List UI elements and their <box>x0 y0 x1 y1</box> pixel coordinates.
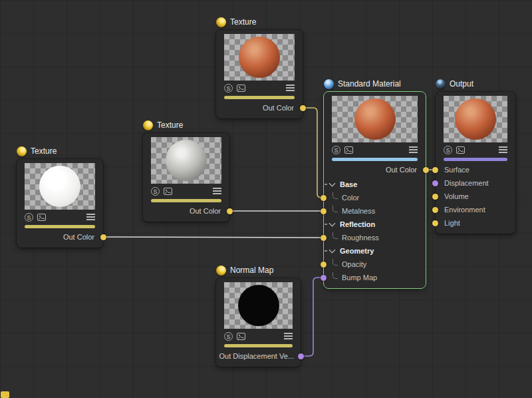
out-port-row: Out Color <box>17 230 103 244</box>
bump-map-input-port[interactable] <box>321 275 327 281</box>
input-label: Displacement <box>444 179 489 187</box>
color-input-port[interactable] <box>321 195 327 201</box>
out-port-label: Out Color <box>190 207 221 215</box>
menu-icon[interactable] <box>284 333 293 339</box>
texture-node-icon <box>143 120 153 130</box>
node-type-bar <box>151 199 221 202</box>
input-label: Bump Map <box>342 274 377 282</box>
node-type-bar <box>25 225 95 228</box>
image-icon[interactable] <box>456 146 465 154</box>
input-row-volume: Volume <box>436 190 515 203</box>
group-label: Geometry <box>340 247 374 255</box>
script-badge-icon[interactable]: S <box>151 187 160 196</box>
node-texture-top[interactable]: Texture S Out Color <box>216 15 303 118</box>
node-toolbar: S <box>151 186 221 196</box>
menu-icon[interactable] <box>286 85 295 91</box>
menu-icon[interactable] <box>499 146 507 153</box>
node-header[interactable]: Texture <box>216 15 303 29</box>
surface-input-port[interactable] <box>432 167 438 173</box>
script-badge-icon[interactable]: S <box>332 146 340 154</box>
input-row-displacement: Displacement <box>436 176 515 190</box>
node-header[interactable]: Output <box>436 77 515 91</box>
node-type-bar <box>444 158 507 161</box>
script-badge-icon[interactable]: S <box>25 213 33 222</box>
node-editor-canvas[interactable]: Texture S Out Color Texture <box>0 0 532 398</box>
node-normal-map[interactable]: Normal Map S Out Displacement Ve... <box>216 264 301 367</box>
script-badge-icon[interactable]: S <box>224 84 233 93</box>
node-output[interactable]: Output S Surface <box>436 77 515 234</box>
tree-elbow <box>332 192 338 199</box>
out-port-label: Out Displacement Ve... <box>219 352 295 360</box>
image-icon[interactable] <box>164 188 172 195</box>
node-texture-mid[interactable]: Texture S Out Color <box>143 118 229 222</box>
out-port-label: Out Color <box>263 104 294 112</box>
out-color-port[interactable] <box>227 208 233 214</box>
node-toolbar: S <box>444 145 507 154</box>
script-badge-icon[interactable]: S <box>444 146 452 154</box>
out-color-port[interactable] <box>423 167 429 173</box>
node-body[interactable]: S Surface Displacement V <box>436 92 515 234</box>
input-row-surface: Surface <box>436 163 515 176</box>
node-type-bar <box>224 96 295 99</box>
output-preview <box>444 96 507 142</box>
group-row-base[interactable]: Base <box>324 178 426 191</box>
node-title: Texture <box>31 146 57 156</box>
image-icon[interactable] <box>237 333 245 340</box>
input-label: Roughness <box>342 234 379 242</box>
node-header[interactable]: Standard Material <box>324 77 426 91</box>
wire-texture-top-to-color[interactable] <box>303 108 324 198</box>
opacity-input-port[interactable] <box>321 262 327 268</box>
input-label: Volume <box>444 192 469 200</box>
out-displacement-vector-port[interactable] <box>298 353 304 359</box>
node-toolbar: S <box>332 145 418 154</box>
input-row-roughness: Roughness <box>324 231 426 244</box>
wire-normal-map-to-bump-map[interactable] <box>301 278 324 356</box>
node-body[interactable]: S Out Color <box>17 159 103 248</box>
image-icon[interactable] <box>37 214 46 221</box>
node-title: Normal Map <box>230 266 273 275</box>
out-port-label: Out Color <box>386 166 417 174</box>
image-icon[interactable] <box>237 85 245 92</box>
group-row-geometry[interactable]: Geometry <box>324 244 426 258</box>
input-label: Metalness <box>342 207 375 215</box>
texture-preview <box>224 34 295 81</box>
node-body[interactable]: S Out Color <box>216 30 303 118</box>
preview-sphere <box>354 99 396 140</box>
offscreen-node-icon[interactable] <box>1 391 9 398</box>
environment-input-port[interactable] <box>432 207 438 213</box>
chevron-down-icon[interactable] <box>329 247 336 254</box>
out-port-row: Out Displacement Ve... <box>216 349 301 363</box>
group-row-reflection[interactable]: Reflection <box>324 218 426 231</box>
node-type-bar <box>224 344 293 347</box>
node-header[interactable]: Texture <box>17 144 103 158</box>
out-color-port[interactable] <box>100 234 106 240</box>
chevron-down-icon[interactable] <box>329 220 336 227</box>
out-port-label: Out Color <box>63 233 94 241</box>
node-header[interactable]: Texture <box>143 118 229 132</box>
wire-texture-left-to-roughness[interactable] <box>103 237 324 238</box>
node-texture-left[interactable]: Texture S Out Color <box>17 144 103 248</box>
group-stub <box>325 184 327 185</box>
volume-input-port[interactable] <box>432 194 438 200</box>
input-label: Surface <box>444 166 469 174</box>
chevron-down-icon[interactable] <box>329 180 336 187</box>
script-badge-icon[interactable]: S <box>224 332 233 341</box>
node-body[interactable]: S Out Color <box>143 133 229 222</box>
roughness-input-port[interactable] <box>321 235 327 241</box>
displacement-input-port[interactable] <box>432 180 438 186</box>
menu-icon[interactable] <box>409 146 418 153</box>
node-body[interactable]: S Out Displacement Ve... <box>216 278 301 367</box>
node-standard-material[interactable]: Standard Material S Out Color <box>324 77 426 288</box>
input-row-bump-map: Bump Map <box>324 271 426 284</box>
image-icon[interactable] <box>344 146 353 154</box>
out-color-port[interactable] <box>300 105 306 111</box>
input-label: Light <box>444 219 460 227</box>
material-preview <box>332 96 418 142</box>
node-header[interactable]: Normal Map <box>216 264 301 277</box>
input-rows: Surface Displacement Volume Environment … <box>436 163 515 230</box>
metalness-input-port[interactable] <box>321 208 327 214</box>
menu-icon[interactable] <box>213 188 221 194</box>
light-input-port[interactable] <box>432 220 438 226</box>
menu-icon[interactable] <box>86 214 95 220</box>
node-body[interactable]: S Out Color Base <box>324 92 426 288</box>
